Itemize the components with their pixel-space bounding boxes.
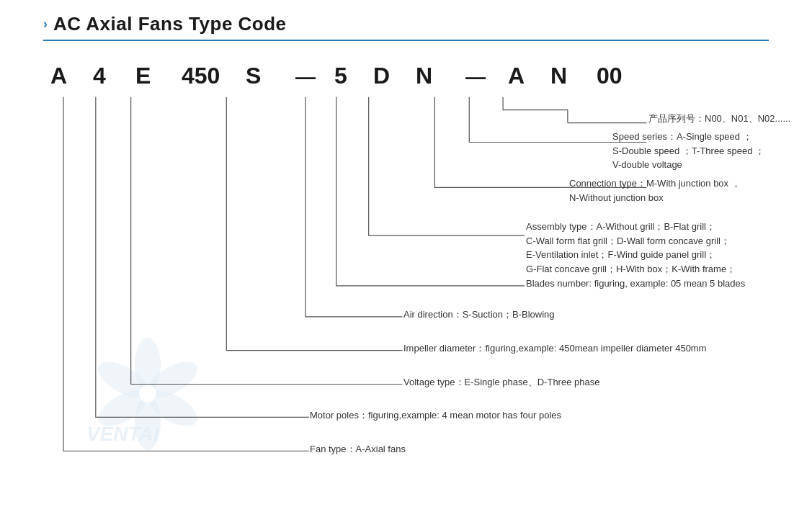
title-section: › AC Axial Fans Type Code [43, 13, 769, 35]
diagram-area: VENTAI A 4 E 450 S — 5 D N — A N 00 [50, 63, 769, 473]
code-dash2: — [465, 66, 498, 89]
code-A: A [50, 63, 83, 89]
desc-product-series: 产品序列号：N00、N01、N02...... [648, 112, 790, 126]
desc-assembly-type: Assembly type：A-Without grill；B-Flat gri… [526, 220, 793, 276]
desc-impeller-diameter: Impeller diameter：figuring,example: 450m… [403, 341, 707, 356]
desc-motor-poles: Motor poles：figuring,example: 4 mean mot… [310, 408, 561, 423]
desc-air-direction: Air direction：S-Suction；B-Blowing [403, 307, 555, 322]
code-N: N [416, 63, 455, 89]
code-A2: A [508, 63, 540, 89]
desc-blades-number: Blades number: figuring, example: 05 mea… [526, 277, 745, 291]
code-D: D [373, 63, 406, 89]
title-chevron: › [43, 17, 48, 32]
desc-connection-type: Connection type：M-With junction box ， N-… [569, 176, 785, 205]
title-divider [43, 40, 769, 41]
desc-speed-series: Speed series：A-Single speed ； S-Double s… [612, 130, 812, 172]
code-S: S [246, 63, 285, 89]
svg-text:VENTAI: VENTAI [86, 423, 160, 445]
code-E: E [135, 63, 171, 89]
code-N2: N [550, 63, 586, 89]
code-dash1: — [295, 66, 324, 89]
code-4: 4 [93, 63, 125, 89]
code-5: 5 [334, 63, 363, 89]
svg-point-6 [139, 385, 156, 403]
desc-fan-type: Fan type：A-Axial fans [310, 442, 406, 457]
watermark-logo: VENTAI [86, 329, 245, 462]
code-450: 450 [182, 63, 236, 89]
desc-voltage-type: Voltage type：E-Single phase、D-Three phas… [403, 375, 599, 390]
page-title: AC Axial Fans Type Code [53, 13, 287, 35]
code-00: 00 [597, 63, 640, 89]
